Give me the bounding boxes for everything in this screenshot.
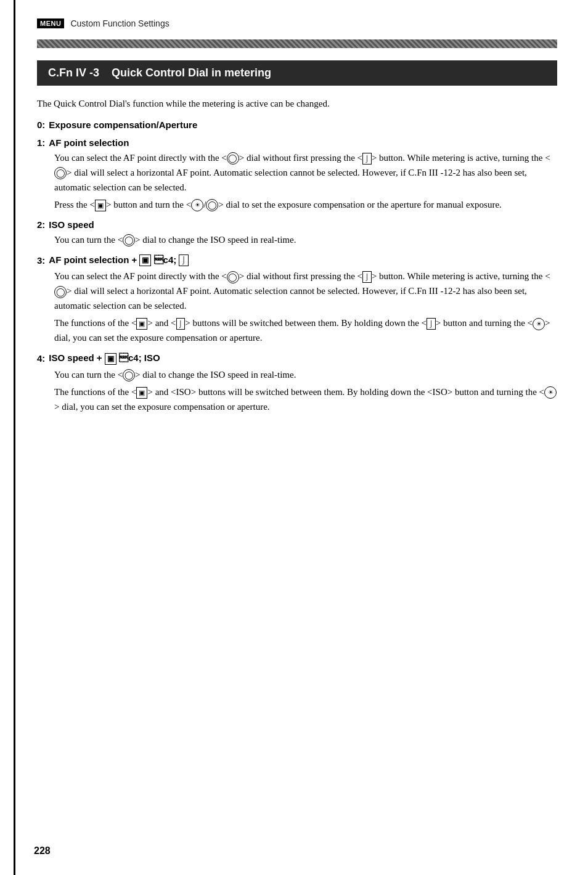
option-1-title: AF point selection (49, 137, 129, 148)
qcd-icon-4: ◯ (123, 369, 135, 381)
left-border (14, 0, 15, 875)
section-title: Quick Control Dial in metering (112, 67, 271, 79)
option-0-label: 0: Exposure compensation/Aperture (37, 120, 557, 130)
option-1-label: 1: AF point selection (37, 137, 557, 148)
option-4: 4: ISO speed + ▣ c4; ISO You can turn t… (37, 352, 557, 414)
afp-btn-icon-3: ⌡ (362, 271, 372, 283)
page: MENU Custom Function Settings C.Fn IV -3… (0, 0, 588, 875)
af-point-btn-icon: ⌡ (362, 153, 372, 165)
top-title: Custom Function Settings (70, 18, 169, 28)
option-1-desc-2: Press the <▣> button and turn the <☀/◯> … (37, 197, 557, 212)
option-3: 3: AF point selection + ▣ c4; ⌡ You can… (37, 254, 557, 346)
qcd-icon: ◯ (206, 199, 218, 211)
option-4-desc-1: You can turn the <◯> dial to change the … (37, 367, 557, 382)
option-0: 0: Exposure compensation/Aperture (37, 120, 557, 130)
option-2: 2: ISO speed You can turn the <◯> dial t… (37, 219, 557, 247)
option-4-label: 4: ISO speed + ▣ c4; ISO (37, 352, 557, 365)
hold-btn-3: ⌡ (427, 318, 436, 330)
qcd-icon-3: ◯ (227, 271, 239, 283)
top-bar: MENU Custom Function Settings (37, 18, 557, 28)
exp-btn-4: ▣ (136, 387, 147, 399)
main-dial-icon: ☀ (191, 199, 203, 211)
pattern-bar (37, 39, 557, 48)
option-1: 1: AF point selection You can select the… (37, 137, 557, 212)
option-2-label: 2: ISO speed (37, 219, 557, 230)
option-1-desc-1: You can select the AF point directly wit… (37, 150, 557, 195)
option-3-desc-1: You can select the AF point directly wit… (37, 269, 557, 313)
intro-text: The Quick Control Dial's function while … (37, 97, 557, 111)
option-3-title: AF point selection + ▣ c4; ⌡ (49, 254, 188, 267)
option-3-desc-2: The functions of the <▣> and <⌡> buttons… (37, 315, 557, 345)
main-dial-4: ☀ (544, 386, 557, 399)
menu-badge: MENU (37, 18, 64, 28)
page-number: 228 (34, 845, 51, 857)
section-id: C.Fn IV -3 (48, 67, 99, 79)
qcd-icon-2: ◯ (123, 234, 135, 246)
option-2-desc: You can turn the <◯> dial to change the … (37, 232, 557, 247)
option-4-title: ISO speed + ▣ c4; ISO (49, 352, 160, 365)
option-3-number: 3: (37, 255, 45, 266)
option-4-desc-2: The functions of the <▣> and <ISO> butto… (37, 385, 557, 414)
exp-comp-btn-icon: ▣ (95, 200, 106, 211)
option-0-title: Exposure compensation/Aperture (49, 120, 197, 130)
option-0-number: 0: (37, 120, 45, 130)
section-header: C.Fn IV -3 Quick Control Dial in meterin… (37, 60, 557, 86)
main-dial-3: ☀ (533, 318, 545, 330)
option-2-title: ISO speed (49, 219, 94, 230)
option-1-number: 1: (37, 137, 45, 148)
quick-control-dial-icon2: ◯ (54, 167, 67, 179)
option-2-number: 2: (37, 219, 45, 230)
quick-control-dial-icon: ◯ (227, 152, 239, 165)
af-btn-3: ⌡ (176, 318, 186, 330)
option-4-number: 4: (37, 353, 45, 364)
exp-btn-3: ▣ (136, 318, 147, 330)
option-3-label: 3: AF point selection + ▣ c4; ⌡ (37, 254, 557, 267)
qcd-icon-3b: ◯ (54, 286, 67, 298)
